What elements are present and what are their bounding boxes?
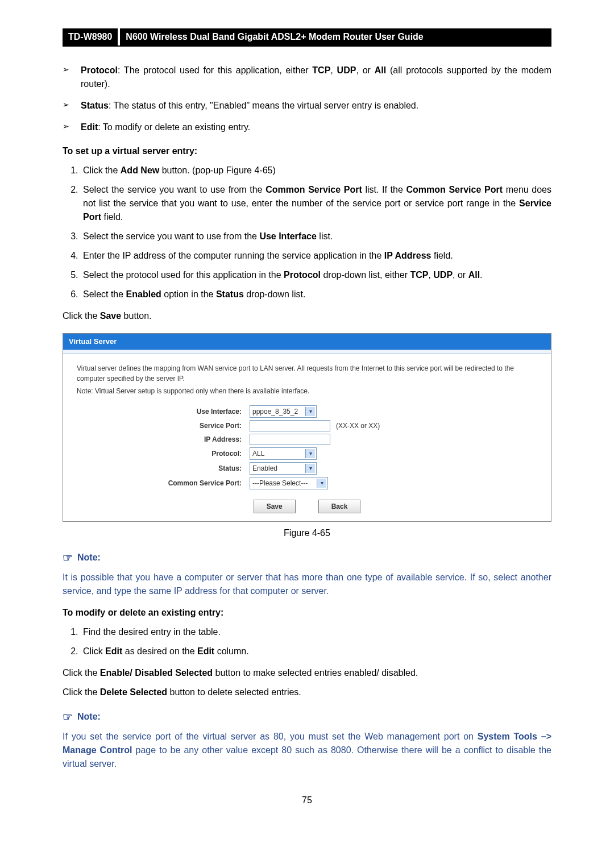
note-heading-2: ☞ Note: [63, 708, 551, 725]
setup-step-1: Click the Add New button. (pop-up Figure… [81, 164, 551, 177]
pointing-hand-icon: ☞ [63, 708, 73, 725]
screenshot-description: Virtual server defines the mapping from … [77, 363, 537, 384]
service-port-hint: (XX-XX or XX) [336, 421, 380, 431]
virtual-server-screenshot: Virtual Server Virtual server defines th… [63, 333, 551, 522]
screenshot-divider [63, 350, 551, 354]
page-number: 75 [63, 794, 551, 807]
status-select[interactable]: Enabled ▾ [250, 462, 317, 475]
chevron-down-icon: ▾ [305, 449, 315, 458]
pointing-hand-icon: ☞ [63, 549, 73, 566]
setup-steps: Click the Add New button. (pop-up Figure… [63, 164, 551, 301]
setup-step-6: Select the Enabled option in the Status … [81, 288, 551, 301]
enable-disable-text: Click the Enable/ Disabled Selected butt… [63, 666, 551, 680]
label-common-service-port: Common Service Port: [77, 478, 250, 488]
use-interface-select[interactable]: pppoe_8_35_2 ▾ [250, 405, 317, 418]
page-header: TD-W8980 N600 Wireless Dual Band Gigabit… [63, 28, 551, 47]
figure-caption: Figure 4-65 [63, 526, 551, 540]
save-button[interactable]: Save [254, 500, 296, 513]
status-value: Enabled [252, 463, 277, 474]
note-body-1: It is possible that you have a computer … [63, 571, 551, 598]
use-interface-value: pppoe_8_35_2 [252, 406, 298, 417]
protocol-value: ALL [252, 448, 264, 459]
chevron-down-icon: ▾ [317, 479, 326, 488]
delete-selected-text: Click the Delete Selected button to dele… [63, 686, 551, 699]
bullet-status: Status: The status of this entry, "Enabl… [81, 99, 551, 113]
note-body-2: If you set the service port of the virtu… [63, 730, 551, 771]
common-service-port-value: ---Please Select--- [252, 478, 308, 488]
setup-step-3: Select the service you want to use from … [81, 230, 551, 243]
setup-title: To set up a virtual server entry: [63, 144, 551, 158]
protocol-select[interactable]: ALL ▾ [250, 447, 317, 460]
setup-step-2: Select the service you want to use from … [81, 183, 551, 224]
note-heading-1: ☞ Note: [63, 549, 551, 566]
header-model: TD-W8980 [63, 28, 118, 45]
header-title: N600 Wireless Dual Band Gigabit ADSL2+ M… [120, 28, 551, 45]
label-service-port: Service Port: [77, 421, 250, 431]
common-service-port-select[interactable]: ---Please Select--- ▾ [250, 477, 328, 489]
modify-step-2: Click Edit as desired on the Edit column… [81, 645, 551, 658]
label-use-interface: Use Interface: [77, 406, 250, 417]
setup-step-4: Enter the IP address of the computer run… [81, 249, 551, 263]
chevron-down-icon: ▾ [305, 407, 315, 416]
label-ip-address: IP Address: [77, 434, 250, 445]
chevron-down-icon: ▾ [305, 464, 315, 473]
ip-address-input[interactable] [250, 434, 330, 445]
screenshot-title: Virtual Server [63, 334, 551, 350]
setup-step-5: Select the protocol used for this applic… [81, 268, 551, 282]
label-protocol: Protocol: [77, 448, 250, 459]
bullet-list: Protocol: The protocol used for this app… [63, 64, 551, 134]
modify-step-1: Find the desired entry in the table. [81, 625, 551, 639]
service-port-input[interactable] [250, 420, 330, 431]
modify-title: To modify or delete an existing entry: [63, 606, 551, 620]
modify-steps: Find the desired entry in the table. Cli… [63, 625, 551, 658]
click-save-text: Click the Save button. [63, 309, 551, 323]
screenshot-note: Note: Virtual Server setup is supported … [77, 386, 537, 396]
label-status: Status: [77, 463, 250, 474]
bullet-protocol: Protocol: The protocol used for this app… [81, 64, 551, 91]
bullet-edit: Edit: To modify or delete an existing en… [81, 121, 551, 134]
back-button[interactable]: Back [318, 500, 361, 513]
